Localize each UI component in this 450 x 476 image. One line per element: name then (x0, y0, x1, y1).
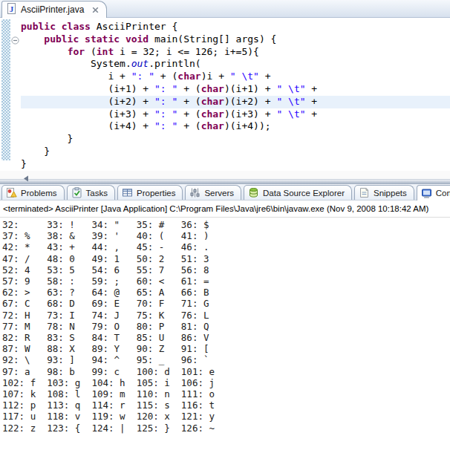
code-line[interactable]: } (21, 133, 450, 146)
panel-divider[interactable] (0, 179, 450, 184)
code-line[interactable]: System.out.println( (21, 58, 450, 71)
view-tab-problems[interactable]: Problems (1, 185, 65, 200)
console-status-line: <terminated> AsciiPrinter [Java Applicat… (0, 200, 450, 218)
view-tab-bar: ProblemsTasksPropertiesServersData Sourc… (0, 184, 450, 200)
view-tab-label: Snippets (374, 189, 407, 198)
fold-collapse-icon[interactable] (11, 34, 19, 42)
console-output[interactable]: 32: 33: ! 34: " 35: # 36: $ 37: % 38: & … (0, 218, 450, 476)
view-tab-data-source-explorer[interactable]: Data Source Explorer (244, 185, 352, 200)
view-tab-servers[interactable]: Servers (185, 185, 241, 200)
view-tab-label: Servers (204, 189, 234, 198)
console-icon (421, 188, 432, 199)
editor-tab-asciiprinter[interactable]: J AsciiPrinter.java (1, 1, 107, 18)
view-tab-snippets[interactable]: Snippets (354, 185, 414, 200)
svg-text:J: J (10, 4, 14, 13)
view-tab-tasks[interactable]: Tasks (67, 185, 115, 200)
code-line[interactable]: i + ": " + (char)i + " \t" + (21, 71, 450, 83)
problems-icon (6, 187, 17, 198)
tasks-icon (71, 187, 82, 198)
view-tab-label: Data Source Explorer (263, 189, 345, 198)
editor-horizontal-scrollbar[interactable] (0, 171, 450, 179)
view-tab-label: Properties (137, 189, 175, 198)
code-line[interactable]: } (21, 158, 450, 171)
code-line-current[interactable]: (i+2) + ": " + (char)(i+2) + " \t" + (21, 96, 450, 108)
editor-tab-label: AsciiPrinter.java (21, 4, 84, 15)
code-line[interactable]: for (int i = 32; i <= 126; i+=5){ (21, 46, 450, 59)
view-tab-label: Console (436, 189, 450, 198)
eclipse-window: J AsciiPrinter.java public class AsciiPr… (0, 0, 450, 476)
view-tab-console[interactable]: Console (417, 185, 450, 200)
properties-icon (122, 187, 133, 198)
java-file-icon: J (6, 3, 17, 16)
code-line[interactable]: public class AsciiPrinter { (21, 21, 450, 33)
data-source-explorer-icon (248, 187, 259, 198)
code-line[interactable]: } (21, 146, 450, 158)
code-line[interactable]: public static void main(String[] args) { (21, 33, 450, 46)
editor-tab-bar: J AsciiPrinter.java (0, 0, 450, 18)
code-editor[interactable]: public class AsciiPrinter { public stati… (0, 18, 450, 171)
scroll-left-icon[interactable] (23, 172, 29, 185)
close-icon[interactable] (92, 7, 99, 13)
code-area[interactable]: public class AsciiPrinter { public stati… (21, 21, 450, 171)
view-tab-label: Tasks (86, 189, 108, 198)
code-line[interactable]: (i+1) + ": " + (char)(i+1) + " \t" + (21, 83, 450, 96)
snippets-icon (359, 187, 370, 198)
view-tab-label: Problems (21, 189, 57, 198)
code-line[interactable]: (i+4) + ": " + (char)(i+4)); (21, 120, 450, 133)
servers-icon (189, 187, 200, 198)
marker-bar (1, 19, 10, 160)
code-line[interactable]: (i+3) + ": " + (char)(i+3) + " \t" + (21, 108, 450, 121)
view-tab-properties[interactable]: Properties (117, 185, 183, 200)
